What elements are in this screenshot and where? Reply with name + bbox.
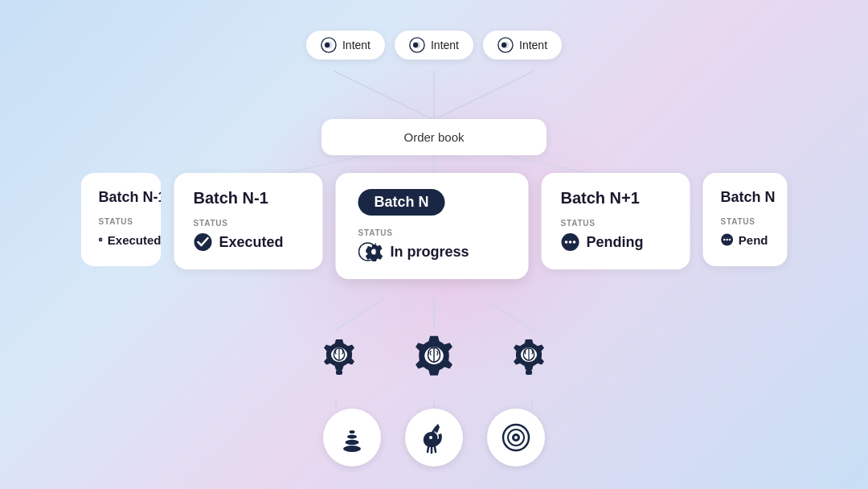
svg-rect-37 (526, 370, 532, 375)
svg-point-14 (325, 43, 330, 47)
protocol-unicorn-icon (405, 409, 463, 466)
intent-node-1: Intent (306, 31, 385, 60)
batch-n-plus-2-status-label: STATUS (721, 217, 768, 226)
batch-n-minus-2-title: Batch N-1 (99, 189, 162, 206)
batch-card-n-minus-2: Batch N-1 STATUS Executed (81, 173, 162, 266)
protocol-row (323, 409, 545, 466)
intent-label-2: Intent (431, 39, 459, 51)
svg-point-27 (569, 240, 572, 244)
svg-point-32 (729, 239, 731, 240)
pending-icon-2 (721, 231, 734, 249)
batch-n-plus-1-status-value: Pending (561, 232, 671, 252)
brain-gear-svg-1 (305, 331, 373, 399)
batch-n-title: Batch N (358, 189, 445, 216)
protocol-stones-icon (323, 409, 381, 466)
intent-row: Intent Intent Intent (306, 31, 562, 60)
svg-point-28 (573, 240, 576, 244)
batch-n-minus-2-status-label: STATUS (99, 217, 162, 226)
batch-n-plus-1-status-label: STATUS (561, 219, 671, 228)
pending-icon-1 (561, 232, 580, 252)
intent-icon-1 (321, 37, 337, 53)
batch-n-minus-2-status-value: Executed (99, 231, 162, 249)
order-book: Order book (321, 119, 547, 155)
brain-gear-svg-3 (495, 331, 563, 399)
intent-label-1: Intent (342, 39, 371, 51)
intent-label-3: Intent (519, 39, 547, 51)
svg-rect-34 (336, 370, 342, 375)
batch-n-minus-1-status-value: Executed (194, 232, 304, 252)
batch-n-plus-2-title: Batch N (721, 189, 768, 206)
batch-card-n-plus-2: Batch N STATUS Pend (703, 173, 788, 266)
svg-point-31 (726, 239, 727, 240)
batch-n-status-value: In progress (358, 242, 506, 261)
target-svg (499, 421, 533, 454)
intent-node-3: Intent (483, 31, 562, 60)
svg-point-41 (350, 430, 355, 434)
scene: Intent Intent Intent Order book Batch N- (0, 0, 868, 489)
svg-point-42 (429, 436, 432, 439)
svg-point-26 (565, 240, 568, 244)
order-book-label: Order book (403, 130, 464, 144)
solver-icon-3 (493, 330, 564, 401)
inprogress-gear-icon (365, 242, 384, 261)
solver-row (304, 330, 564, 401)
svg-point-39 (346, 440, 359, 445)
batch-n-plus-1-title: Batch N+1 (561, 189, 671, 208)
intent-node-2: Intent (395, 31, 473, 60)
batch-n-status-label: STATUS (358, 228, 506, 237)
solver-icon-1 (304, 330, 375, 401)
intent-icon-2 (409, 37, 425, 53)
executed-icon-2 (99, 231, 103, 249)
svg-point-17 (413, 43, 418, 47)
stones-svg (335, 421, 369, 454)
batch-card-n-minus-1: Batch N-1 STATUS Executed (174, 173, 323, 269)
svg-point-46 (514, 436, 518, 439)
brain-gear-svg-2 (399, 329, 469, 401)
batch-n-plus-2-status-value: Pend (721, 231, 768, 249)
svg-point-38 (343, 446, 361, 452)
svg-point-21 (99, 238, 103, 242)
batch-n-minus-1-status-label: STATUS (194, 219, 304, 228)
svg-point-30 (723, 239, 725, 240)
protocol-target-icon (487, 409, 545, 466)
svg-line-2 (434, 71, 534, 120)
unicorn-svg (417, 421, 451, 454)
svg-line-0 (334, 71, 434, 120)
svg-line-7 (336, 298, 386, 330)
batch-n-minus-1-title: Batch N-1 (194, 189, 304, 208)
batch-card-n: Batch N STATUS In progress (336, 173, 529, 279)
svg-point-20 (502, 43, 506, 47)
intent-icon-3 (497, 37, 514, 53)
solver-icon-2 (399, 330, 469, 401)
batch-card-n-plus-1: Batch N+1 STATUS Pending (542, 173, 690, 269)
svg-line-8 (482, 298, 532, 330)
executed-icon (194, 232, 213, 252)
svg-point-40 (347, 435, 357, 439)
